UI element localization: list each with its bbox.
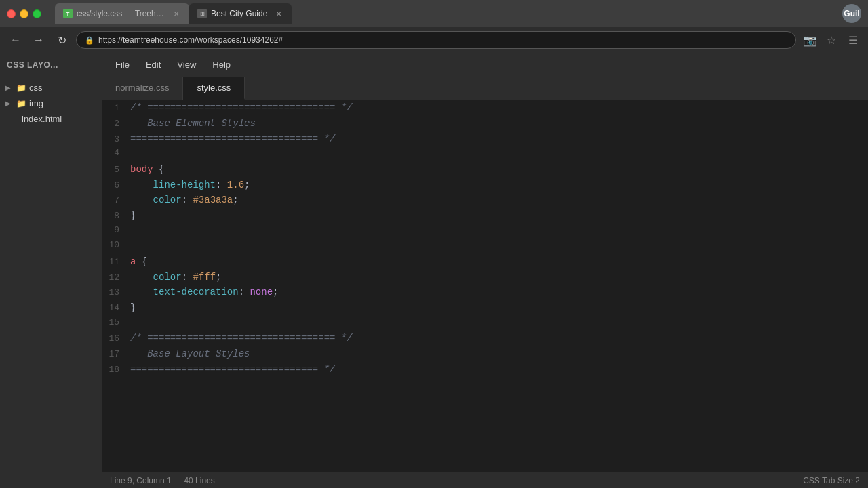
tab-1[interactable]: T css/style.css — Treehouse ✕ (55, 3, 189, 24)
menu-icon[interactable]: ☰ (845, 32, 861, 48)
status-left: Line 9, Column 1 — 40 Lines (110, 476, 215, 485)
addressbar-right: 📷 ☆ ☰ (802, 32, 861, 48)
maximize-button[interactable] (33, 9, 41, 18)
status-bar: Line 9, Column 1 — 40 Lines CSS Tab Size… (102, 472, 868, 488)
css-expand-arrow: ▶ (5, 84, 14, 92)
tab2-label: Best City Guide (211, 9, 267, 18)
menu-help[interactable]: Help (205, 57, 237, 73)
code-line-15: 15 (102, 316, 868, 331)
code-line-2: 2 Base Element Styles (102, 116, 868, 131)
code-line-7: 7 color: #3a3a3a; (102, 192, 868, 208)
menu-edit[interactable]: Edit (139, 57, 167, 73)
url-bar[interactable]: 🔒 https://teamtreehouse.com/workspaces/1… (76, 31, 796, 49)
menu-file[interactable]: File (108, 57, 136, 73)
tab1-label: css/style.css — Treehouse (77, 9, 165, 18)
url-text: https://teamtreehouse.com/workspaces/109… (98, 35, 283, 45)
css-folder-icon: 📁 (16, 83, 26, 93)
panel-header: CSS Layo... (0, 53, 102, 77)
code-line-18: 18 ================================= */ (102, 362, 868, 378)
code-line-8: 8 } (102, 208, 868, 224)
img-expand-arrow: ▶ (5, 100, 14, 107)
sidebar-item-img[interactable]: ▶ 📁 img (0, 96, 102, 111)
status-right: CSS Tab Size 2 (803, 476, 860, 485)
lock-icon: 🔒 (85, 36, 94, 45)
code-line-10: 10 (102, 239, 868, 253)
img-folder-label: img (29, 98, 43, 108)
code-line-1: 1 /* ================================= *… (102, 100, 868, 116)
img-folder-icon: 📁 (16, 99, 26, 108)
code-line-9: 9 (102, 224, 868, 239)
code-line-11: 11 a { (102, 254, 868, 270)
file-tab-style[interactable]: style.css (183, 77, 245, 100)
file-tab-normalize[interactable]: normalize.css (102, 77, 183, 100)
minimize-button[interactable] (20, 9, 28, 18)
titlebar: T css/style.css — Treehouse ✕ ⊞ Best Cit… (0, 0, 868, 27)
app-content: CSS Layo... ▶ 📁 css ▶ 📁 img index.html F… (0, 53, 868, 488)
sidebar-item-css[interactable]: ▶ 📁 css (0, 80, 102, 96)
code-editor[interactable]: 1 /* ================================= *… (102, 100, 868, 472)
sidebar-tree: ▶ 📁 css ▶ 📁 img index.html (0, 77, 102, 488)
left-panel: CSS Layo... ▶ 📁 css ▶ 📁 img index.html (0, 53, 102, 488)
code-line-4: 4 (102, 146, 868, 161)
addressbar: ← → ↻ 🔒 https://teamtreehouse.com/worksp… (0, 27, 868, 53)
tab2-favicon: ⊞ (197, 9, 207, 18)
user-avatar[interactable]: Guil (842, 4, 861, 23)
close-button[interactable] (7, 9, 16, 18)
tab1-favicon: T (63, 9, 73, 18)
forward-button[interactable]: → (30, 31, 47, 49)
code-line-14: 14 } (102, 300, 868, 316)
browser-tabs: T css/style.css — Treehouse ✕ ⊞ Best Cit… (55, 3, 842, 24)
screenshot-icon[interactable]: 📷 (802, 32, 818, 48)
code-line-16: 16 /* ================================= … (102, 331, 868, 346)
code-line-13: 13 text-decoration: none; (102, 285, 868, 300)
traffic-lights (7, 9, 41, 18)
menubar: File Edit View Help (102, 53, 868, 77)
code-line-17: 17 Base Layout Styles (102, 346, 868, 362)
file-tabs: normalize.css style.css (102, 77, 868, 100)
tab2-close[interactable]: ✕ (274, 9, 283, 18)
css-folder-label: css (29, 83, 43, 93)
bookmark-icon[interactable]: ☆ (823, 32, 840, 48)
sidebar-item-index[interactable]: index.html (0, 111, 102, 127)
back-button[interactable]: ← (7, 31, 24, 49)
panel-title: CSS Layo... (7, 60, 58, 70)
code-line-3: 3 ================================= */ (102, 131, 868, 147)
refresh-button[interactable]: ↻ (53, 31, 71, 49)
code-line-6: 6 line-height: 1.6; (102, 178, 868, 193)
index-file-label: index.html (22, 114, 62, 124)
menu-view[interactable]: View (170, 57, 203, 73)
code-line-12: 12 color: #fff; (102, 270, 868, 285)
editor-area: normalize.css style.css 1 /* ===========… (102, 77, 868, 488)
tab1-close[interactable]: ✕ (172, 9, 181, 18)
tab-2[interactable]: ⊞ Best City Guide ✕ (189, 3, 292, 24)
code-line-5: 5 body { (102, 162, 868, 178)
